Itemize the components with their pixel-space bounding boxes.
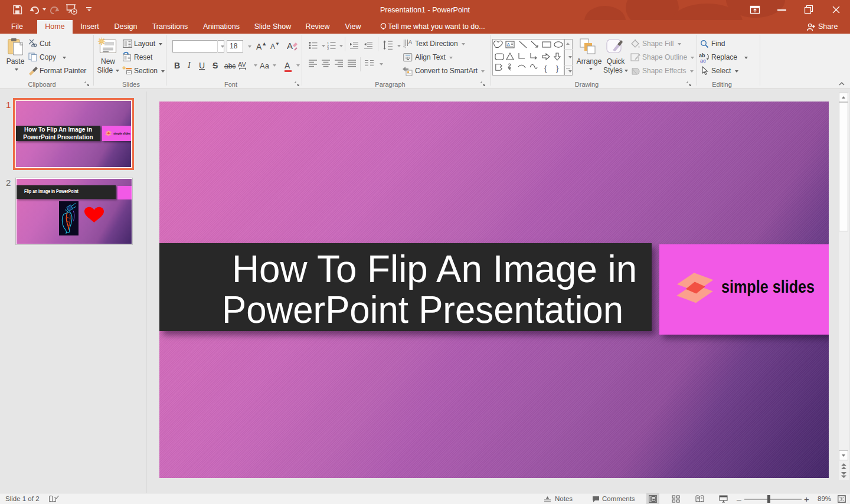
svg-text:A: A <box>408 39 412 45</box>
svg-text:}: } <box>556 64 559 73</box>
svg-text:AV: AV <box>238 61 247 68</box>
svg-text:ac: ac <box>700 58 706 63</box>
svg-text:A: A <box>287 41 293 51</box>
svg-text:{: { <box>544 64 547 73</box>
svg-text:3: 3 <box>327 47 329 50</box>
